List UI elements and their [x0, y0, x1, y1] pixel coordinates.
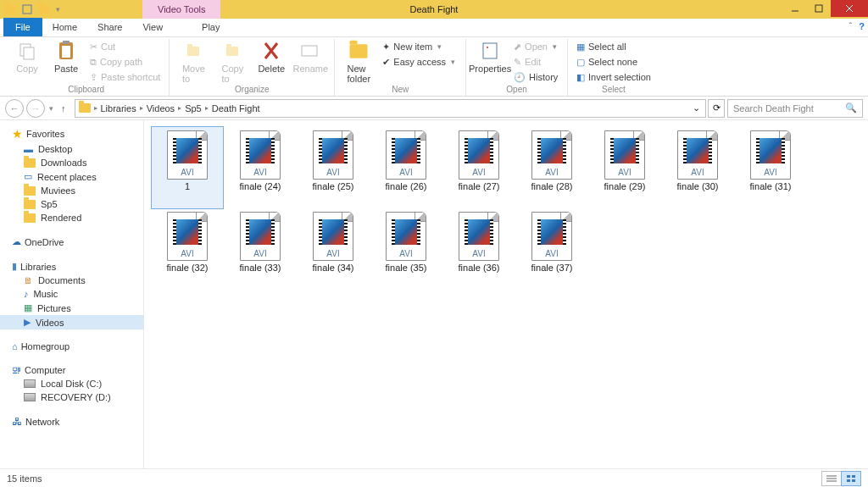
nav-item[interactable]: Local Disk (C:) [0, 377, 143, 390]
video-thumbnail: AVI [531, 212, 572, 261]
svg-rect-0 [23, 5, 31, 14]
invertselection-button[interactable]: ◧Invert selection [573, 69, 654, 85]
minimize-button[interactable] [783, 0, 807, 17]
file-name: finale (27) [459, 181, 500, 191]
moveto-button[interactable]: Move to [175, 39, 212, 84]
navigation-pane: ★Favorites ▬DesktopDownloads▭Recent plac… [0, 120, 144, 468]
file-name: finale (36) [459, 263, 500, 273]
nav-item[interactable]: ▬Desktop [0, 142, 143, 156]
file-item[interactable]: AVI finale (34) [298, 208, 369, 290]
nav-item[interactable]: ▭Recent places [0, 169, 143, 184]
file-item[interactable]: AVI finale (36) [443, 208, 515, 290]
paste-button[interactable]: Paste [47, 39, 85, 85]
computer-icon: 🖳 [12, 365, 21, 375]
maximize-button[interactable] [807, 0, 831, 17]
ribbon-group-clipboard: Copy Paste ✂Cut ⧉Copy path ⇪Paste shortc… [3, 39, 170, 96]
copy-button[interactable]: Copy [8, 39, 46, 85]
ribbon-collapse-icon[interactable]: ˆ [849, 21, 853, 31]
file-item[interactable]: AVI finale (25) [298, 127, 369, 208]
svg-rect-18 [847, 475, 850, 478]
cut-button[interactable]: ✂Cut [86, 39, 164, 54]
svg-rect-2 [815, 5, 822, 12]
easyaccess-button[interactable]: ✔Easy access▾ [379, 54, 460, 69]
nav-item[interactable]: ▦Pictures [0, 301, 143, 315]
tab-view[interactable]: View [132, 18, 173, 36]
newitem-button[interactable]: ✦New item▾ [379, 39, 460, 54]
video-thumbnail: AVI [313, 212, 353, 261]
file-item[interactable]: AVI finale (35) [370, 208, 442, 290]
qat-newfolder-icon[interactable] [37, 3, 51, 16]
invert-icon: ◧ [576, 72, 585, 83]
edit-button[interactable]: ✎Edit [510, 54, 562, 69]
nav-item[interactable]: ▶Videos [0, 315, 143, 329]
breadcrumb[interactable]: ▸ Libraries▸ Videos▸ Sp5▸ Death Fight ⌄ [75, 99, 707, 118]
tab-share[interactable]: Share [87, 18, 132, 36]
qat-dropdown-icon[interactable]: ▾ [54, 5, 62, 14]
open-button[interactable]: ⬈Open▾ [510, 39, 562, 54]
nav-onedrive[interactable]: ☁OneDrive [0, 235, 143, 249]
tab-home[interactable]: Home [42, 18, 87, 36]
nav-libraries[interactable]: ▮Libraries [0, 259, 143, 274]
nav-favorites[interactable]: ★Favorites [0, 125, 143, 142]
video-thumbnail: AVI [167, 212, 208, 261]
nav-item[interactable]: 🗎Documents [0, 274, 143, 287]
tab-play[interactable]: Play [192, 18, 230, 36]
rename-button[interactable]: Rename [292, 39, 329, 84]
up-button[interactable]: ↑ [58, 103, 70, 113]
file-item[interactable]: AVI finale (27) [443, 127, 515, 208]
pasteshortcut-button[interactable]: ⇪Paste shortcut [86, 69, 164, 85]
nav-item[interactable]: Downloads [0, 156, 143, 169]
nav-item[interactable]: ♪Music [0, 287, 143, 301]
star-icon: ★ [12, 127, 23, 141]
nav-computer[interactable]: 🖳Computer [0, 363, 143, 377]
delete-button[interactable]: Delete [253, 39, 290, 84]
file-item[interactable]: AVI finale (37) [516, 208, 587, 290]
file-item[interactable]: AVI finale (26) [370, 127, 442, 208]
svg-rect-20 [847, 479, 850, 482]
back-button[interactable]: ← [5, 99, 24, 118]
file-item[interactable]: AVI finale (31) [735, 127, 806, 208]
file-item[interactable]: AVI finale (29) [589, 127, 660, 208]
nav-item[interactable]: Sp5 [0, 197, 143, 211]
refresh-button[interactable]: ⟳ [708, 99, 725, 118]
file-tab[interactable]: File [3, 18, 42, 36]
cloud-icon: ☁ [12, 236, 21, 247]
selectnone-button[interactable]: ▢Select none [573, 54, 654, 69]
shortcut-icon: ⇪ [90, 72, 97, 83]
file-list[interactable]: AVI 1 AVI finale (24) AVI finale (25) AV… [144, 120, 868, 468]
file-item[interactable]: AVI finale (30) [662, 127, 733, 208]
history-dropdown-icon[interactable]: ▾ [47, 104, 55, 113]
ribbon-group-select: ▦Select all ▢Select none ◧Invert selecti… [568, 39, 659, 96]
file-item[interactable]: AVI finale (32) [152, 208, 223, 290]
qat-properties-icon[interactable] [20, 3, 34, 16]
nav-network[interactable]: 🖧Network [0, 414, 143, 429]
history-button[interactable]: 🕘History [510, 69, 562, 85]
help-icon[interactable]: ? [859, 21, 865, 31]
address-dropdown-icon[interactable]: ⌄ [691, 102, 702, 113]
video-thumbnail: AVI [240, 212, 281, 261]
nav-item[interactable]: RECOVERY (D:) [0, 390, 143, 404]
file-item[interactable]: AVI finale (24) [225, 127, 296, 208]
nav-homegroup[interactable]: ⌂Homegroup [0, 340, 143, 353]
selectall-icon: ▦ [576, 42, 585, 53]
video-thumbnail: AVI [677, 130, 718, 180]
address-bar-row: ← → ▾ ↑ ▸ Libraries▸ Videos▸ Sp5▸ Death … [0, 97, 868, 120]
view-details-button[interactable] [821, 471, 842, 486]
properties-button[interactable]: Properties [471, 39, 509, 85]
copypath-button[interactable]: ⧉Copy path [86, 54, 164, 69]
view-icons-button[interactable] [841, 471, 861, 486]
video-thumbnail: AVI [604, 130, 645, 180]
nav-item[interactable]: Rendered [0, 211, 143, 224]
close-button[interactable] [831, 0, 868, 17]
selectnone-icon: ▢ [576, 57, 585, 68]
search-input[interactable]: Search Death Fight 🔍 [727, 99, 863, 118]
svg-point-14 [487, 47, 488, 48]
file-item[interactable]: AVI finale (28) [516, 127, 587, 208]
nav-item[interactable]: Muviees [0, 184, 143, 197]
file-item[interactable]: AVI finale (33) [225, 208, 296, 290]
file-item[interactable]: AVI 1 [152, 127, 223, 208]
copyto-button[interactable]: Copy to [214, 39, 251, 84]
selectall-button[interactable]: ▦Select all [573, 39, 654, 54]
newfolder-button[interactable]: New folder [340, 39, 377, 84]
forward-button[interactable]: → [26, 99, 45, 118]
